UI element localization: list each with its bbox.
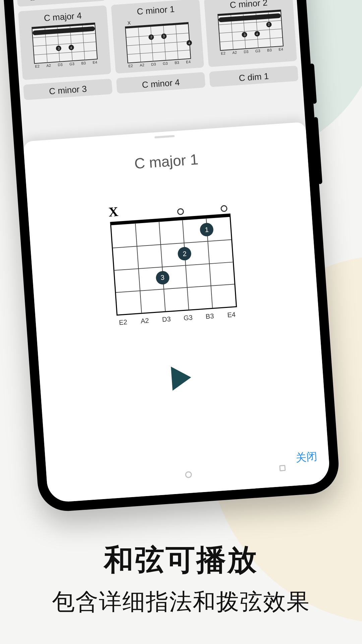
chord-card-title: C minor 1 <box>136 4 175 17</box>
chord-detail-title: C major 1 <box>134 151 199 172</box>
fretboard: 1 2 3 <box>110 214 237 316</box>
string-mute-marker: X <box>107 204 120 220</box>
chord-card-title: C major 4 <box>44 10 82 23</box>
string-open-marker <box>177 208 184 215</box>
chord-card-cmajor4[interactable]: C major 4 3 4 E2A2D3G3B3E4 <box>18 5 111 80</box>
chord-card-cminor1[interactable]: C minor 1 X 2 3 4 E2A2D3G3B3E4 <box>111 0 204 73</box>
phone-screen: E2A2D3G3B3E4 E2A2D3G3B3E4 E2A2D3G3B3E4 C… <box>11 0 330 503</box>
chord-diagram: X 1 2 3 E2A2D3G3B3E4 <box>109 196 238 327</box>
chord-card-title: C dim 1 <box>238 71 269 84</box>
phone-mockup: E2A2D3G3B3E4 E2A2D3G3B3E4 E2A2D3G3B3E4 C… <box>1 0 341 513</box>
finger-dot: 2 <box>177 247 192 261</box>
chord-card-cminor4[interactable]: C minor 4 <box>116 72 205 94</box>
chord-card-title: C minor 4 <box>142 77 180 90</box>
finger-dot: 1 <box>199 223 214 237</box>
chord-card-title: C minor 3 <box>49 84 87 97</box>
marketing-subhead: 包含详细指法和拨弦效果 <box>0 587 362 617</box>
sheet-drag-handle[interactable] <box>155 135 175 139</box>
chord-card-cminor3[interactable]: C minor 3 <box>23 78 113 100</box>
nav-home-icon[interactable] <box>185 471 192 478</box>
marketing-headline: 和弦可播放 <box>0 540 362 580</box>
nav-recent-icon[interactable] <box>279 465 286 471</box>
finger-dot: 3 <box>156 271 170 285</box>
chord-card-title: C minor 2 <box>230 0 268 10</box>
marketing-copy: 和弦可播放 包含详细指法和拨弦效果 <box>0 540 362 617</box>
chord-card-cminor2[interactable]: C minor 2 2 3 4 E2A2D3G3B3E4 <box>204 0 297 67</box>
chord-detail-sheet: C major 1 X 1 2 3 E2 <box>23 122 330 503</box>
chord-card[interactable]: E2A2D3G3B3E4 <box>16 0 106 7</box>
string-open-marker <box>221 205 228 212</box>
chord-card-cdim1[interactable]: C dim 1 <box>209 66 299 87</box>
play-button[interactable] <box>171 365 192 391</box>
